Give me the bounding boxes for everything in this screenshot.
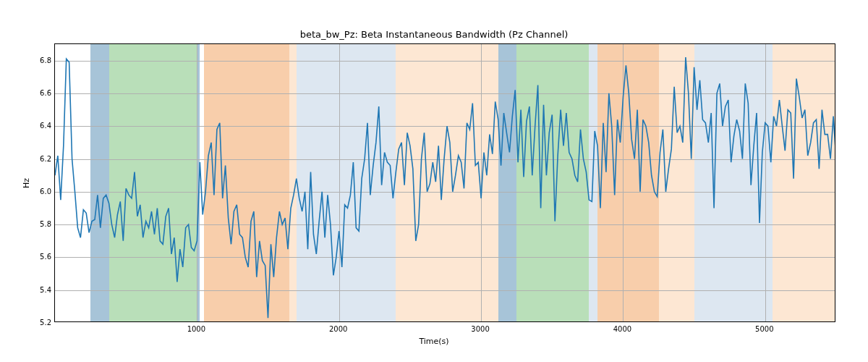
y-tick-label: 5.8 (33, 220, 51, 228)
y-tick-label: 6.6 (33, 88, 51, 96)
x-tick-label: 1000 (187, 325, 205, 333)
y-tick-label: 6.8 (33, 56, 51, 64)
y-tick-label: 5.2 (33, 319, 51, 327)
y-tick-label: 6.0 (33, 187, 51, 195)
chart-title: beta_bw_Pz: Beta Instantaneous Bandwidth… (0, 29, 868, 40)
data-line (55, 44, 835, 322)
x-axis-label: Time(s) (0, 337, 868, 346)
y-tick-label: 5.6 (33, 253, 51, 261)
x-tick-label: 2000 (329, 325, 347, 333)
y-axis-label: Hz (22, 178, 31, 188)
y-tick-label: 5.4 (33, 285, 51, 293)
y-tick-label: 6.4 (33, 122, 51, 130)
plot-area (54, 43, 835, 322)
figure: beta_bw_Pz: Beta Instantaneous Bandwidth… (0, 0, 868, 362)
x-tick-label: 4000 (613, 325, 631, 333)
x-tick-label: 5000 (755, 325, 773, 333)
x-tick-label: 3000 (471, 325, 489, 333)
y-tick-label: 6.2 (33, 154, 51, 162)
